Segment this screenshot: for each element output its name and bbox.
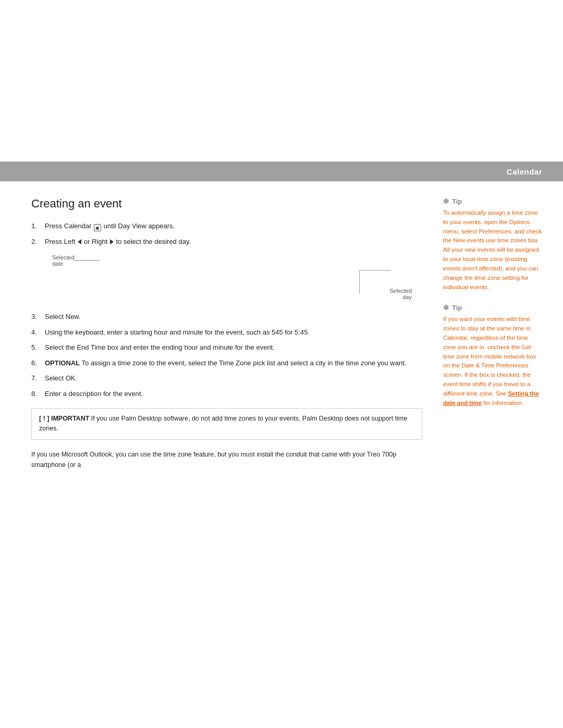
steps-list-continued: Select New. Using the keyboard, enter a …	[31, 312, 422, 399]
left-column: Creating an event Press Calendar ▣ until…	[31, 197, 438, 470]
step-1: Press Calendar ▣ until Day View appears.	[31, 221, 422, 231]
important-label: IMPORTANT	[51, 415, 89, 422]
step-5: Select the End Time box and enter the en…	[31, 342, 422, 353]
bracket-vertical	[359, 270, 360, 293]
tip-1: ✽ Tip To automatically assign a time zon…	[443, 197, 542, 292]
step-1-text: Press Calendar ▣ until Day View appears.	[45, 221, 175, 231]
left-arrow-icon	[78, 239, 81, 244]
step-7: Select OK.	[31, 373, 422, 384]
selected-date-text: Selected________ date	[52, 254, 100, 267]
step-8-text: Enter a description for the event.	[45, 389, 143, 399]
tip-2-header: ✽ Tip	[443, 303, 542, 312]
step-2-text: Press Left or Right to select the desire…	[45, 237, 191, 247]
important-box: [ ! ] IMPORTANT If you use Palm Desktop …	[31, 408, 422, 440]
step-6-text: OPTIONAL To assign a time zone to the ev…	[45, 358, 406, 368]
step-8: Enter a description for the event.	[31, 389, 422, 399]
step-6: OPTIONAL To assign a time zone to the ev…	[31, 358, 422, 368]
extra-paragraph: If you use Microsoft Outlook, you can us…	[31, 449, 422, 470]
calendar-icon: ▣	[94, 224, 101, 231]
step-2: Press Left or Right to select the desire…	[31, 237, 422, 247]
step-3-text: Select New.	[45, 312, 81, 322]
header-bar: Calendar	[0, 162, 563, 181]
steps-list: Press Calendar ▣ until Day View appears.…	[31, 221, 422, 246]
tip-2: ✽ Tip If you want your events with time …	[443, 303, 542, 408]
selected-day-text: Selected day	[389, 288, 412, 300]
header-title: Calendar	[507, 167, 542, 176]
step-5-text: Select the End Time box and enter the en…	[45, 342, 275, 353]
page-wrapper: Calendar Creating an event Press Calenda…	[0, 162, 563, 728]
setting-link[interactable]: Setting the date and time	[443, 390, 539, 406]
step-4-text: Using the keyboard, enter a starting hou…	[45, 327, 310, 338]
tip-1-text: To automatically assign a time zone to y…	[443, 208, 542, 292]
important-text: If you use Palm Desktop software, do not…	[39, 415, 407, 432]
tip-2-text: If you want your events with time zones …	[443, 315, 542, 408]
bracket-horizontal	[360, 270, 391, 270]
bracket-label: [ ! ]	[39, 415, 49, 422]
optional-label: OPTIONAL	[45, 359, 80, 367]
tip-2-label: Tip	[452, 304, 462, 312]
step-7-text: Select OK.	[45, 373, 77, 384]
diagram-area: Selected________ date Selected day	[42, 254, 422, 301]
main-content: Creating an event Press Calendar ▣ until…	[0, 181, 563, 486]
step-3: Select New.	[31, 312, 422, 322]
right-arrow-icon	[110, 239, 114, 244]
tip-1-label: Tip	[452, 198, 462, 205]
tip-1-star: ✽	[443, 197, 449, 205]
tip-1-header: ✽ Tip	[443, 197, 542, 205]
step-4: Using the keyboard, enter a starting hou…	[31, 327, 422, 338]
section-title: Creating an event	[31, 197, 422, 211]
right-column: ✽ Tip To automatically assign a time zon…	[438, 197, 542, 470]
tip-2-star: ✽	[443, 303, 449, 312]
